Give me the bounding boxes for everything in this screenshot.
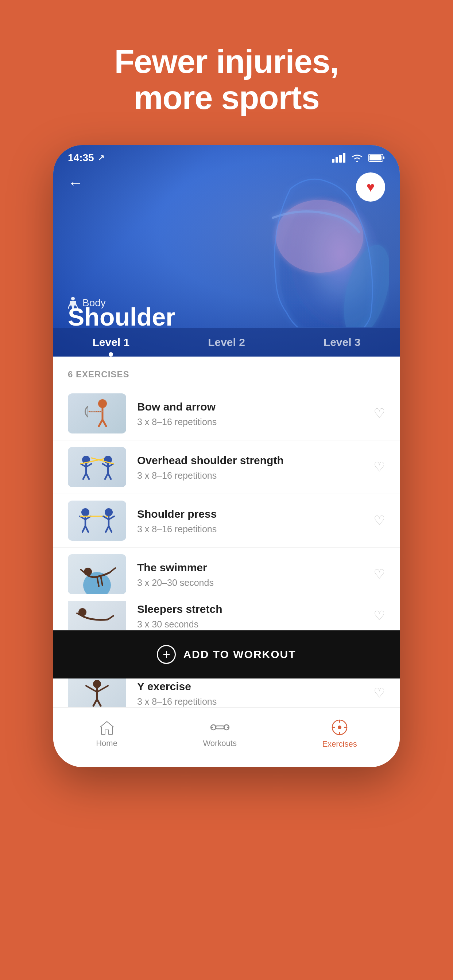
exercise-heart-icon[interactable]: ♡: [373, 513, 385, 528]
level-tab-2[interactable]: Level 2: [169, 328, 284, 356]
exercise-item[interactable]: The swimmer 3 x 20–30 seconds ♡: [53, 547, 400, 601]
exercise-info: Bow and arrow 3 x 8–16 repetitions: [137, 399, 366, 427]
home-icon: [99, 720, 115, 735]
add-to-workout-button[interactable]: + ADD TO WORKOUT: [53, 630, 400, 678]
svg-point-22: [105, 508, 113, 516]
svg-point-26: [93, 680, 101, 688]
signal-icon: [332, 153, 346, 162]
svg-rect-5: [383, 156, 384, 159]
exercise-thumbnail: [68, 393, 126, 433]
nav-home-label: Home: [96, 739, 118, 748]
exercise-thumbnail: [68, 501, 126, 541]
hero-section: 14:35 ↗: [53, 145, 400, 356]
exercise-thumbnail: [68, 554, 126, 594]
exercise-info: Overhead shoulder strength 3 x 8–16 repe…: [137, 453, 366, 481]
back-button[interactable]: ←: [68, 174, 83, 192]
nav-home[interactable]: Home: [96, 720, 118, 748]
exercise-heart-icon[interactable]: ♡: [373, 406, 385, 421]
svg-point-20: [81, 508, 89, 516]
sleepers-figure: [68, 601, 126, 630]
exercise-item[interactable]: Sleepers stretch 3 x 30 seconds ♡: [53, 601, 400, 630]
exercise-item[interactable]: Y exercise 3 x 8–16 repetitions ♡: [53, 678, 400, 708]
phone-mockup: 14:35 ↗: [53, 145, 400, 767]
exercise-info: The swimmer 3 x 20–30 seconds: [137, 560, 366, 588]
svg-rect-1: [335, 157, 338, 162]
plus-circle-icon: +: [157, 645, 176, 664]
heart-icon: ♥: [367, 180, 375, 195]
exercise-item[interactable]: Shoulder press 3 x 8–16 repetitions ♡: [53, 494, 400, 547]
level-tab-3[interactable]: Level 3: [284, 328, 400, 356]
bottom-nav: Home Workouts Exercises: [53, 708, 400, 767]
nav-exercises[interactable]: Exercises: [322, 719, 357, 749]
svg-rect-29: [215, 726, 224, 729]
hero-title: Shoulder: [68, 302, 175, 331]
svg-point-13: [98, 399, 107, 408]
svg-rect-3: [343, 153, 345, 162]
svg-rect-0: [332, 159, 335, 162]
exercise-reps: 3 x 8–16 repetitions: [137, 417, 366, 427]
overhead-figure: [68, 447, 126, 487]
exercise-reps: 3 x 20–30 seconds: [137, 578, 366, 588]
svg-point-33: [338, 725, 341, 729]
shoulder-press-figure: [68, 501, 126, 541]
exercise-name: Shoulder press: [137, 507, 366, 521]
swimmer-figure: [68, 554, 126, 594]
exercise-item[interactable]: Bow and arrow 3 x 8–16 repetitions ♡: [53, 387, 400, 441]
exercise-name: The swimmer: [137, 560, 366, 574]
exercise-item[interactable]: Overhead shoulder strength 3 x 8–16 repe…: [53, 441, 400, 494]
level-tabs: Level 1 Level 2 Level 3: [53, 328, 400, 356]
nav-workouts-label: Workouts: [203, 739, 237, 748]
svg-point-9: [276, 200, 363, 273]
page-headline: Fewer injuries, more sports: [78, 0, 375, 145]
exercise-heart-icon[interactable]: ♡: [373, 460, 385, 475]
workouts-icon: [211, 720, 230, 735]
exercise-count: 6 EXERCISES: [53, 356, 400, 387]
battery-icon: [368, 153, 385, 162]
status-time: 14:35 ↗: [68, 152, 104, 164]
exercise-name: Overhead shoulder strength: [137, 453, 366, 468]
exercise-reps: 3 x 30 seconds: [137, 619, 366, 630]
wifi-icon: [351, 153, 363, 162]
svg-rect-2: [339, 155, 342, 162]
status-icons: [332, 153, 385, 162]
nav-exercises-label: Exercises: [322, 740, 357, 749]
exercise-heart-icon[interactable]: ♡: [373, 686, 385, 701]
favorite-button[interactable]: ♥: [356, 172, 385, 202]
svg-rect-6: [370, 155, 381, 161]
exercise-info: Y exercise 3 x 8–16 repetitions: [137, 679, 366, 707]
nav-workouts[interactable]: Workouts: [203, 720, 237, 748]
exercise-reps: 3 x 8–16 repetitions: [137, 470, 366, 481]
exercise-thumbnail: [68, 601, 126, 630]
exercise-list: Bow and arrow 3 x 8–16 repetitions ♡: [53, 387, 400, 630]
add-to-workout-label: ADD TO WORKOUT: [183, 648, 296, 660]
exercise-info: Sleepers stretch 3 x 30 seconds: [137, 602, 366, 630]
svg-point-10: [71, 297, 75, 301]
exercise-heart-icon[interactable]: ♡: [373, 566, 385, 582]
exercise-reps: 3 x 8–16 repetitions: [137, 524, 366, 535]
exercise-name: Y exercise: [137, 679, 366, 694]
status-bar: 14:35 ↗: [53, 145, 400, 170]
exercise-thumbnail: [68, 447, 126, 487]
exercise-name: Bow and arrow: [137, 399, 366, 414]
y-exercise-figure: [68, 678, 126, 708]
bow-arrow-figure: [68, 393, 126, 433]
exercise-heart-icon[interactable]: ♡: [373, 608, 385, 624]
exercise-name: Sleepers stretch: [137, 602, 366, 616]
exercise-thumbnail: [68, 678, 126, 708]
exercise-reps: 3 x 8–16 repetitions: [137, 696, 366, 707]
level-tab-1[interactable]: Level 1: [53, 328, 169, 356]
exercise-info: Shoulder press 3 x 8–16 repetitions: [137, 507, 366, 535]
exercises-icon: [331, 719, 348, 736]
